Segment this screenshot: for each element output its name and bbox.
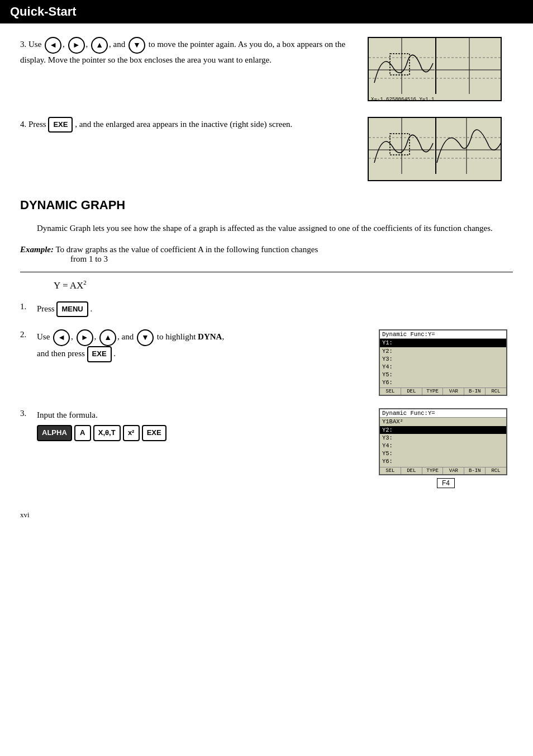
step-3-row: 3. Use ◄, ►, ▲, and ▼ to move the pointe… xyxy=(20,37,513,101)
alpha-key: ALPHA xyxy=(37,425,72,441)
dg-step-1-number: 1. xyxy=(20,301,32,311)
step-4-row: 4. Press EXE , and the enlarged area app… xyxy=(20,117,513,181)
menu-sel: SEL xyxy=(380,388,401,395)
exe-key-step3: EXE xyxy=(142,425,166,441)
dg-step-2-number: 2. xyxy=(20,329,32,339)
step-3-screen: X=-1.6258064516 Y=1.1 xyxy=(368,37,513,101)
dyn-screen-2-row-y3: Y3: xyxy=(380,434,506,442)
menu-bin: B-IN xyxy=(464,388,486,395)
dyn-screen-1-row-y5: Y5: xyxy=(380,371,506,379)
dg-step-3-main-text: Input the formula. xyxy=(37,410,98,419)
dg-step-2-screen: Dynamic Func:Y= Y1: Y2: Y3: Y4: Y5: Y6: … xyxy=(379,329,513,396)
dg-and-text: and xyxy=(122,333,136,342)
dyn-screen-1-menu: SEL DEL TYPE VAR B-IN RCL xyxy=(380,388,506,395)
dg-step-2-left: 2. Use ◄, ►, ▲, and ▼ to highlight DYNA,… xyxy=(20,329,362,362)
menu2-type: TYPE xyxy=(422,467,444,474)
example-text: To draw graphs as the value of coefficie… xyxy=(55,245,318,254)
dynamic-graph-section: DYNAMIC GRAPH Dynamic Graph lets you see… xyxy=(20,198,513,488)
keys-row: ALPHA A X,θ,T x² EXE xyxy=(37,425,362,441)
step-3-text: 3. Use ◄, ►, ▲, and ▼ to move the pointe… xyxy=(20,37,351,67)
svg-rect-24 xyxy=(369,174,502,181)
example-block: Example: To draw graphs as the value of … xyxy=(20,245,513,264)
menu2-sel: SEL xyxy=(380,467,401,474)
menu2-del: DEL xyxy=(401,467,422,474)
example-label: Example: xyxy=(20,245,54,254)
menu-key: MENU xyxy=(56,301,88,318)
step-4-screen xyxy=(368,117,513,181)
dg-step-1: 1. Press MENU . xyxy=(20,301,513,318)
menu-del: DEL xyxy=(401,388,422,395)
graph-screen-1: X=-1.6258064516 Y=1.1 xyxy=(368,37,502,101)
step-4-text: 4. Press EXE , and the enlarged area app… xyxy=(20,117,351,133)
exe-key-step4: EXE xyxy=(48,117,73,133)
step-3-number: 3. xyxy=(20,40,26,49)
menu2-bin: B-IN xyxy=(464,467,486,474)
f4-label: F4 xyxy=(437,478,455,488)
dg-arrow-left-icon: ◄ xyxy=(53,329,70,346)
menu-type: TYPE xyxy=(422,388,444,395)
section-title: DYNAMIC GRAPH xyxy=(20,198,513,212)
example-divider xyxy=(20,272,513,272)
xthetat-key: X,θ,T xyxy=(93,425,121,441)
example-indent: from 1 to 3 xyxy=(20,254,513,264)
arrow-down-icon: ▼ xyxy=(129,37,145,54)
xsq-key: x² xyxy=(123,425,140,441)
dg-step-1-text: Press MENU . xyxy=(37,301,513,318)
arrow-up-icon: ▲ xyxy=(91,37,108,54)
dyn-screen-1-title: Dynamic Func:Y= xyxy=(380,330,506,339)
svg-text:X=-1.6258064516 Y=1.1: X=-1.6258064516 Y=1.1 xyxy=(371,97,434,101)
page-number: xvi xyxy=(20,511,30,519)
menu-var: VAR xyxy=(443,388,464,395)
menu-rcl: RCL xyxy=(486,388,506,395)
dyn-screen-2-row-y2: Y2: xyxy=(380,426,506,434)
dyn-screen-2-menu: SEL DEL TYPE VAR B-IN RCL xyxy=(380,467,506,474)
dyn-screen-1-row-y6: Y6: xyxy=(380,379,506,386)
section-intro: Dynamic Graph lets you see how the shape… xyxy=(20,221,513,235)
dg-step-3-text: Input the formula. ALPHA A X,θ,T x² EXE xyxy=(37,408,362,441)
dg-step-2-text: Use ◄, ►, ▲, and ▼ to highlight DYNA, an… xyxy=(37,329,362,362)
dg-step-3: 3. Input the formula. ALPHA A X,θ,T x² E… xyxy=(20,408,513,488)
dyn-screen-2-row-y1ax: Y1BAX² xyxy=(380,418,506,426)
graph-screen-2 xyxy=(368,117,502,181)
a-key: A xyxy=(74,425,91,441)
arrow-left-icon: ◄ xyxy=(45,37,61,54)
dyn-screen-2-title: Dynamic Func:Y= xyxy=(380,409,506,418)
dyn-screen-1-row-y1: Y1: xyxy=(380,339,506,347)
page-header: Quick-Start xyxy=(0,0,533,23)
graph-svg-1: X=-1.6258064516 Y=1.1 xyxy=(369,38,502,101)
formula-block: Y = AX2 xyxy=(54,279,513,291)
dyn-screen-2-row-y6: Y6: xyxy=(380,457,506,465)
dyn-screen-1-row-y4: Y4: xyxy=(380,363,506,371)
dg-step-3-number: 3. xyxy=(20,408,32,418)
menu2-rcl: RCL xyxy=(486,467,506,474)
dyn-screen-2-row-y5: Y5: xyxy=(380,450,506,457)
and-text-1: and xyxy=(113,40,127,49)
dyn-screen-1: Dynamic Func:Y= Y1: Y2: Y3: Y4: Y5: Y6: … xyxy=(379,329,507,396)
dyn-screen-1-row-y3: Y3: xyxy=(380,355,506,363)
dg-arrow-down-icon: ▼ xyxy=(137,329,154,346)
dg-step-3-screen: Dynamic Func:Y= Y1BAX² Y2: Y3: Y4: Y5: Y… xyxy=(379,408,513,488)
exe-key-dg-step2: EXE xyxy=(87,346,112,362)
page-footer: xvi xyxy=(0,511,533,519)
dyn-screen-2-row-y4: Y4: xyxy=(380,442,506,450)
menu2-var: VAR xyxy=(443,467,464,474)
dg-arrow-up-icon: ▲ xyxy=(99,329,116,346)
dyn-screen-2: Dynamic Func:Y= Y1BAX² Y2: Y3: Y4: Y5: Y… xyxy=(379,408,507,475)
dg-step-3-left: 3. Input the formula. ALPHA A X,θ,T x² E… xyxy=(20,408,362,441)
header-title: Quick-Start xyxy=(10,4,77,18)
dg-step-2: 2. Use ◄, ►, ▲, and ▼ to highlight DYNA,… xyxy=(20,329,513,396)
dyn-screen-1-row-y2: Y2: xyxy=(380,347,506,355)
arrow-right-icon: ► xyxy=(68,37,85,54)
step-4-number: 4. xyxy=(20,120,26,129)
dg-arrow-right-icon: ► xyxy=(77,329,93,346)
graph-svg-2 xyxy=(369,118,502,181)
